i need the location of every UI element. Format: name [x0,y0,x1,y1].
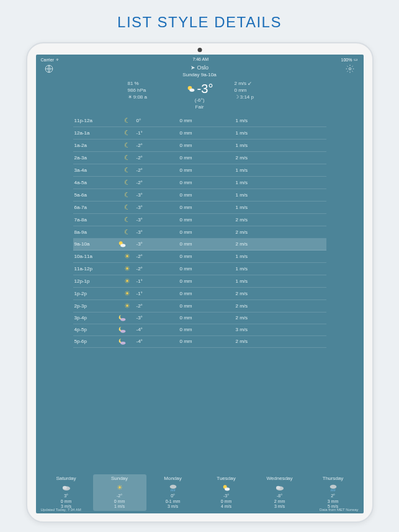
hour-time: 4a-5a [74,180,118,185]
period-label: Sunday 9a-10a [182,72,216,78]
globe-icon[interactable] [45,64,53,73]
hour-wind: 3 m/s [236,327,279,332]
day-card[interactable]: Wednesday-8°2 mm3 m/s [253,474,307,511]
hour-precip: 0 mm [180,291,236,296]
day-weather-icon [147,482,199,494]
hour-precip: 0 mm [180,278,236,284]
hour-row[interactable]: 9a-10a-3°0 mm2 m/s [73,239,326,250]
hour-row[interactable]: 2a-3a☾-2°0 mm2 m/s [73,152,326,164]
hour-wind: 1 m/s [236,266,279,272]
day-wind: 3 m/s [254,504,306,510]
hour-wind: 1 m/s [236,143,279,148]
day-name: Wednesday [254,476,306,482]
hour-temp: -1° [137,130,180,136]
hour-row[interactable]: 8a-9a☾-3°0 mm2 m/s [73,226,326,239]
hour-temp: -2° [137,303,180,309]
hour-time: 2p-3p [74,303,118,309]
hour-time: 12a-1a [74,130,118,136]
gear-icon[interactable] [346,64,354,73]
day-temp: 2° [307,494,359,499]
current-temp: -3° [197,81,213,97]
hour-precip: 0 mm [180,130,236,136]
svg-point-1 [349,68,352,70]
day-precip: 0-1 mm [147,499,199,505]
hour-precip: 0 mm [180,180,236,185]
hour-time: 2a-3a [74,155,118,161]
hour-time: 5p-6p [74,339,118,344]
hour-row[interactable]: 4a-5a☾-2°0 mm1 m/s [73,177,326,189]
hour-precip: 0 mm [180,241,236,247]
hour-precip: 0 mm [180,315,236,321]
hour-wind: 1 m/s [236,167,279,173]
hour-row[interactable]: 3a-4a☾-2°0 mm1 m/s [73,164,326,177]
hour-row[interactable]: 1p-2p☀-1°0 mm2 m/s [73,288,326,300]
hour-precip: 0 mm [180,143,236,148]
hour-weather-icon: ☀ [118,302,137,310]
hour-row[interactable]: 2p-3p☀-2°0 mm2 m/s [73,300,326,313]
summary-row: 81 % 986 hPa ☀ 9:08 a -3° (-6°) Fair 2 m… [36,78,364,115]
hour-temp: -3° [137,192,180,198]
hour-row[interactable]: 6a-7a☾-3°0 mm1 m/s [73,202,326,214]
carrier-label: Carrier [41,58,54,62]
hour-row[interactable]: 3p-4p-3°0 mm2 m/s [73,313,326,324]
hour-row[interactable]: 12p-1p☀-1°0 mm1 m/s [73,275,326,288]
hour-wind: 1 m/s [236,130,279,136]
hour-row[interactable]: 1a-2a☾-2°0 mm1 m/s [73,140,326,152]
hour-weather-icon: ☀ [118,290,137,298]
sunrise-value: ☀ 9:08 a [128,94,165,101]
hour-temp: -3° [137,217,180,223]
day-temp: -8° [254,494,306,499]
hour-wind: 1 m/s [236,278,279,284]
status-bar: Carrier ᯤ 7:46 AM 100% ▭ [36,55,364,63]
hour-row[interactable]: 5p-6p-4°0 mm2 m/s [73,336,326,348]
day-temp: 3° [40,494,92,499]
day-card[interactable]: Sunday☀-2°0 mm1 m/s [93,474,146,511]
hour-weather-icon: ☾ [118,129,137,137]
hour-time: 11a-12p [74,266,118,272]
sunset-value: ☽ 3:14 p [235,94,272,101]
hour-temp: 0° [137,118,180,123]
feels-like: (-6°) [181,97,218,104]
hour-temp: -2° [137,266,180,272]
svg-line-14 [174,489,175,491]
hour-weather-icon [118,241,137,248]
battery-icon: ▭ [354,57,358,62]
hour-time: 7a-8a [74,217,118,223]
hour-wind: 2 m/s [236,303,279,309]
day-weather-icon [40,482,92,494]
location-header: ➤ Oslo Sunday 9a-10a [182,64,216,78]
hour-row[interactable]: 10a-11a☀-2°0 mm1 m/s [73,250,326,263]
day-card[interactable]: Monday0°0-1 mm3 m/s [146,474,200,511]
day-card[interactable]: Thursday2°3 mm5 m/s [307,474,360,511]
hour-precip: 0 mm [180,229,236,235]
hour-row[interactable]: 11a-12p☀-2°0 mm1 m/s [73,263,326,275]
hour-row[interactable]: 11p-12a☾0°0 mm1 m/s [73,115,326,127]
hour-precip: 0 mm [180,155,236,161]
day-precip: 0 mm [200,499,253,505]
hour-row[interactable]: 12a-1a☾-1°0 mm1 m/s [73,127,326,140]
condition-label: Fair [181,104,218,111]
hour-wind: 2 m/s [236,217,279,223]
hour-precip: 0 mm [180,303,236,309]
hour-weather-icon: ☀ [118,277,137,285]
hour-precip: 0 mm [180,217,236,223]
day-weather-icon [307,482,359,494]
hour-row[interactable]: 7a-8a☾-3°0 mm2 m/s [73,214,326,226]
day-card[interactable]: Tuesday-3°0 mm4 m/s [200,474,253,511]
hours-list[interactable]: 11p-12a☾0°0 mm1 m/s12a-1a☾-1°0 mm1 m/s1a… [36,115,364,348]
day-card[interactable]: Saturday3°0 mm3 m/s [40,474,93,511]
day-weather-icon: ☀ [94,482,146,494]
hour-time: 1a-2a [74,143,118,148]
hour-temp: -3° [137,205,180,210]
hour-time: 3a-4a [74,167,118,173]
hour-precip: 0 mm [180,339,236,344]
hour-row[interactable]: 4p-5p-4°0 mm3 m/s [73,324,326,336]
hour-wind: 1 m/s [236,192,279,198]
hour-temp: -4° [137,339,180,344]
hour-row[interactable]: 5a-6a☾-3°0 mm1 m/s [73,189,326,202]
day-name: Tuesday [200,476,253,482]
hour-temp: -2° [137,254,180,259]
svg-point-18 [276,485,280,489]
svg-point-8 [120,342,125,345]
days-strip[interactable]: Saturday3°0 mm3 m/sSunday☀-2°0 mm1 m/sMo… [36,471,364,513]
